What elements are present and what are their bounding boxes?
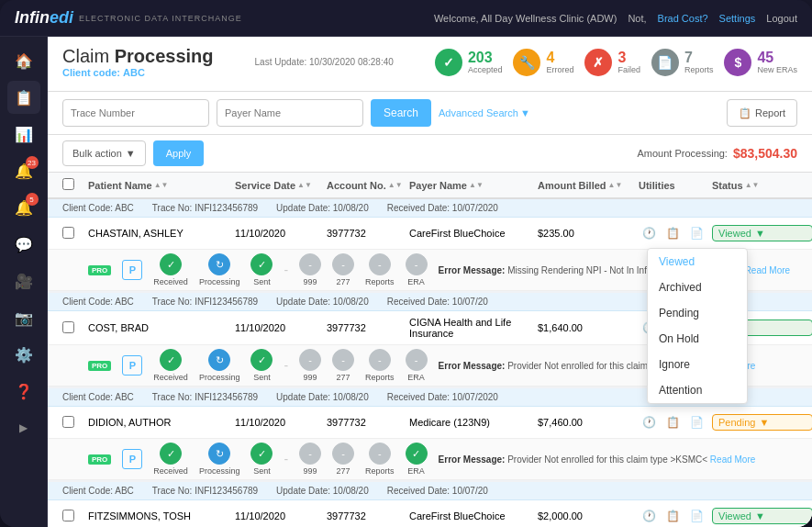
dropdown-item-ignore[interactable]: Ignore <box>648 352 747 377</box>
clock-icon[interactable]: 🕐 <box>639 223 659 243</box>
pro-badge: PRO <box>88 361 111 371</box>
doc-icon[interactable]: 📄 <box>686 412 706 432</box>
read-more-link[interactable]: Read More <box>745 265 790 275</box>
sort-icon: ▲▼ <box>608 181 623 189</box>
notifications-badge: 23 <box>26 156 39 169</box>
client-code: Client code: ABC <box>62 67 214 78</box>
advanced-search[interactable]: Advanced Search ▼ <box>439 107 530 118</box>
dropdown-item-attention[interactable]: Attention <box>648 377 747 403</box>
group-received-date: Received Date: 10/07/2020 <box>387 392 498 402</box>
copy-icon[interactable]: 📋 <box>662 223 683 243</box>
sidebar-item-video[interactable]: 🎥 <box>7 264 40 297</box>
col-amount-billed[interactable]: Amount Billed ▲▼ <box>538 178 639 192</box>
group-header-1: Client Code: ABC Trace No: INFI123456789… <box>48 199 812 218</box>
pro-badge: PRO <box>88 265 111 275</box>
bulk-action-button[interactable]: Bulk action ▼ <box>62 140 146 166</box>
col-status[interactable]: Status ▲▼ <box>712 178 812 192</box>
status-dropdown[interactable]: Viewed ▼ <box>712 225 812 241</box>
dropdown-item-archived[interactable]: Archived <box>648 275 747 300</box>
read-more-link[interactable]: Read More <box>710 454 755 465</box>
select-all-checkbox[interactable] <box>62 178 74 190</box>
apply-button[interactable]: Apply <box>153 140 205 166</box>
utilities[interactable]: 🕐 📋 📄 <box>639 506 712 526</box>
group-client-code: Client Code: ABC <box>62 203 134 213</box>
trace-number-input[interactable] <box>62 99 209 127</box>
reports-badge[interactable]: 📄 7 Reports <box>651 49 714 76</box>
step-era: ✓ ERA <box>406 443 428 476</box>
row-checkbox[interactable] <box>62 416 88 430</box>
dropdown-item-pending[interactable]: Pending <box>648 300 747 326</box>
utilities[interactable]: 🕐 📋 📄 <box>639 412 712 432</box>
chevron-down-icon: ▼ <box>126 148 136 159</box>
chevron-down-icon: ▼ <box>755 510 765 521</box>
sidebar-item-alerts[interactable]: 🔔 5 <box>7 191 40 224</box>
group-update-date: Update Date: 10/08/20 <box>276 392 369 402</box>
eras-badge[interactable]: $ 45 New ERAs <box>724 49 797 76</box>
utilities[interactable]: 🕐 📋 📄 <box>639 223 712 243</box>
sidebar-item-claims[interactable]: 📋 <box>7 81 40 114</box>
user-link[interactable]: Brad Cost? <box>658 13 708 24</box>
status-cell[interactable]: Pending ▼ <box>712 414 812 431</box>
amount-billed: $235.00 <box>538 228 639 239</box>
group-received-date: Received Date: 10/07/2020 <box>387 203 498 213</box>
payer-name-input[interactable] <box>217 99 363 127</box>
step-277: - 277 <box>332 349 354 382</box>
step-processing: ↻ Processing <box>199 253 240 286</box>
sidebar-item-analytics[interactable]: 📊 <box>7 118 40 151</box>
pro-badge: PRO <box>88 454 111 465</box>
dropdown-item-viewed[interactable]: Viewed <box>648 249 747 275</box>
sidebar-item-messages[interactable]: 💬 <box>7 228 40 261</box>
failed-badge[interactable]: ✗ 3 Failed <box>584 49 640 76</box>
amount-billed: $2,000.00 <box>538 510 639 521</box>
step-sent: ✓ Sent <box>250 349 273 382</box>
patient-name: CHASTAIN, ASHLEY <box>88 228 235 239</box>
status-cell[interactable]: Viewed ▼ <box>712 225 812 241</box>
chevron-down-icon: ▼ <box>520 107 530 118</box>
errored-badge[interactable]: 🔧 4 Errored <box>513 49 573 76</box>
group-client-code: Client Code: ABC <box>62 297 134 307</box>
amount-processing: Amount Processing: $83,504.30 <box>637 146 797 161</box>
status-cell[interactable]: Viewed ▼ <box>712 508 812 524</box>
col-service-date[interactable]: Service Date ▲▼ <box>235 178 327 192</box>
step-reports: - Reports <box>365 253 395 286</box>
col-payer-name[interactable]: Payer Name ▲▼ <box>409 178 538 192</box>
sidebar-item-camera[interactable]: 📷 <box>7 301 40 334</box>
clock-icon[interactable]: 🕐 <box>639 506 659 526</box>
copy-icon[interactable]: 📋 <box>662 506 683 526</box>
dropdown-item-on-hold[interactable]: On Hold <box>648 326 747 352</box>
group-trace-no: Trace No: INFI123456789 <box>152 392 258 402</box>
accepted-badge[interactable]: ✓ 203 Accepted <box>435 49 503 76</box>
group-client-code: Client Code: ABC <box>62 392 134 402</box>
amount-billed: $1,640.00 <box>538 322 639 333</box>
settings-link[interactable]: Settings <box>719 13 756 24</box>
sidebar-item-settings[interactable]: ⚙️ <box>7 338 40 371</box>
clock-icon[interactable]: 🕐 <box>639 412 659 432</box>
step-reports: - Reports <box>365 349 395 382</box>
errored-count: 4 <box>546 50 573 65</box>
sidebar-item-notifications[interactable]: 🔔 23 <box>7 154 40 187</box>
patient-name: DIDION, AUTHOR <box>88 417 235 428</box>
search-button[interactable]: Search <box>371 99 431 127</box>
doc-icon[interactable]: 📄 <box>686 223 706 243</box>
reports-icon: 📄 <box>651 49 679 76</box>
table-row: DIDION, AUTHOR 11/10/2020 3977732 Medica… <box>48 407 812 439</box>
sidebar-item-play[interactable]: ▶ <box>7 411 40 444</box>
status-dropdown-menu[interactable]: Viewed Archived Pending On Hold Ignore A… <box>647 248 748 404</box>
status-dropdown[interactable]: Pending ▼ <box>712 414 812 431</box>
report-button[interactable]: 📋 Report <box>727 99 797 127</box>
status-dropdown[interactable]: Viewed ▼ <box>712 508 812 524</box>
row-checkbox[interactable] <box>62 321 88 335</box>
logout-link[interactable]: Logout <box>766 13 797 24</box>
group-received-date: Received Date: 10/07/20 <box>387 486 488 496</box>
amount-value: $83,504.30 <box>733 146 797 161</box>
chevron-down-icon: ▼ <box>755 228 765 239</box>
sidebar-item-help[interactable]: ❓ <box>7 375 40 408</box>
row-checkbox[interactable] <box>62 510 88 523</box>
col-patient-name[interactable]: Patient Name ▲▼ <box>88 178 235 192</box>
row-checkbox[interactable] <box>62 227 88 241</box>
sidebar-item-home[interactable]: 🏠 <box>7 44 40 77</box>
copy-icon[interactable]: 📋 <box>662 412 683 432</box>
reports-count: 7 <box>684 50 714 65</box>
col-account-no[interactable]: Account No. ▲▼ <box>327 178 409 192</box>
doc-icon[interactable]: 📄 <box>686 506 706 526</box>
